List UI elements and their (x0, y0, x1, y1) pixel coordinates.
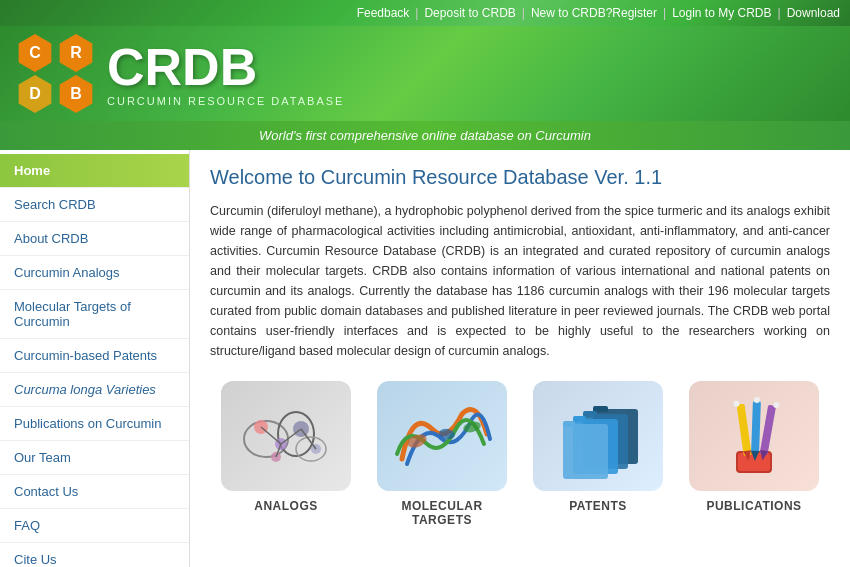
main-layout: HomeSearch CRDBAbout CRDBCurcumin Analog… (0, 150, 850, 567)
separator-4: | (778, 6, 781, 20)
hex-c: C (16, 34, 54, 72)
feature-cards: ANALOGS MOLECULAR TARGETS (210, 381, 830, 527)
patents-label: PATENTS (569, 499, 627, 513)
sidebar-item-molecular-targets-of-curcumin[interactable]: Molecular Targets of Curcumin (0, 290, 189, 339)
site-title-block: CRDB CURCUMIN RESOURCE DATABASE (107, 41, 344, 107)
svg-rect-22 (563, 421, 575, 427)
sidebar-item-our-team[interactable]: Our Team (0, 441, 189, 475)
svg-rect-25 (737, 403, 752, 456)
hex-d: D (16, 75, 54, 113)
svg-rect-27 (751, 400, 761, 452)
logo: C R D B (16, 34, 95, 113)
separator-3: | (663, 6, 666, 20)
deposit-link[interactable]: Deposit to CRDB (424, 6, 515, 20)
site-name: CRDB (107, 41, 344, 93)
patents-card[interactable]: PATENTS (528, 381, 668, 527)
publications-image (689, 381, 819, 491)
svg-line-9 (281, 429, 301, 444)
sidebar-item-about-crdb[interactable]: About CRDB (0, 222, 189, 256)
separator-1: | (415, 6, 418, 20)
svg-rect-18 (563, 424, 608, 479)
analogs-svg (226, 389, 346, 484)
analogs-card[interactable]: ANALOGS (216, 381, 356, 527)
top-navigation-bar: Feedback | Deposit to CRDB | New to CRDB… (0, 0, 850, 26)
main-content: Welcome to Curcumin Resource Database Ve… (190, 150, 850, 567)
hex-grid: C R D B (16, 34, 95, 113)
svg-rect-29 (760, 404, 777, 455)
site-subtitle: CURCUMIN RESOURCE DATABASE (107, 95, 344, 107)
sidebar-item-home[interactable]: Home (0, 154, 189, 188)
svg-rect-21 (573, 416, 586, 422)
hex-b: B (57, 75, 95, 113)
analogs-image (221, 381, 351, 491)
svg-rect-20 (583, 411, 597, 417)
sidebar-item-curcumin-analogs[interactable]: Curcumin Analogs (0, 256, 189, 290)
sidebar: HomeSearch CRDBAbout CRDBCurcumin Analog… (0, 150, 190, 567)
targets-image (377, 381, 507, 491)
patents-svg (538, 389, 658, 484)
targets-label: MOLECULAR TARGETS (401, 499, 482, 527)
page-title: Welcome to Curcumin Resource Database Ve… (210, 166, 830, 189)
sidebar-item-faq[interactable]: FAQ (0, 509, 189, 543)
publications-label: PUBLICATIONS (706, 499, 801, 513)
site-header: C R D B CRDB CURCUMIN RESOURCE DATABASE (0, 26, 850, 121)
sidebar-item-search-crdb[interactable]: Search CRDB (0, 188, 189, 222)
hex-r: R (57, 34, 95, 72)
sidebar-item-publications-on-curcumin[interactable]: Publications on Curcumin (0, 407, 189, 441)
sidebar-item-cite-us[interactable]: Cite Us (0, 543, 189, 567)
login-link[interactable]: Login to My CRDB (672, 6, 771, 20)
publications-svg (694, 389, 814, 484)
separator-2: | (522, 6, 525, 20)
patents-image (533, 381, 663, 491)
register-link[interactable]: New to CRDB?Register (531, 6, 657, 20)
publications-card[interactable]: PUBLICATIONS (684, 381, 824, 527)
intro-text: Curcumin (diferuloyl methane), a hydroph… (210, 201, 830, 361)
download-link[interactable]: Download (787, 6, 840, 20)
sidebar-item-curcumin-based-patents[interactable]: Curcumin-based Patents (0, 339, 189, 373)
feedback-link[interactable]: Feedback (357, 6, 410, 20)
targets-svg (382, 389, 502, 484)
analogs-label: ANALOGS (254, 499, 318, 513)
sidebar-item-curcuma-longa-varieties[interactable]: Curcuma longa Varieties (0, 373, 189, 407)
tagline-text: World's first comprehensive online datab… (259, 128, 591, 143)
tagline-bar: World's first comprehensive online datab… (0, 121, 850, 150)
targets-card[interactable]: MOLECULAR TARGETS (372, 381, 512, 527)
sidebar-item-contact-us[interactable]: Contact Us (0, 475, 189, 509)
